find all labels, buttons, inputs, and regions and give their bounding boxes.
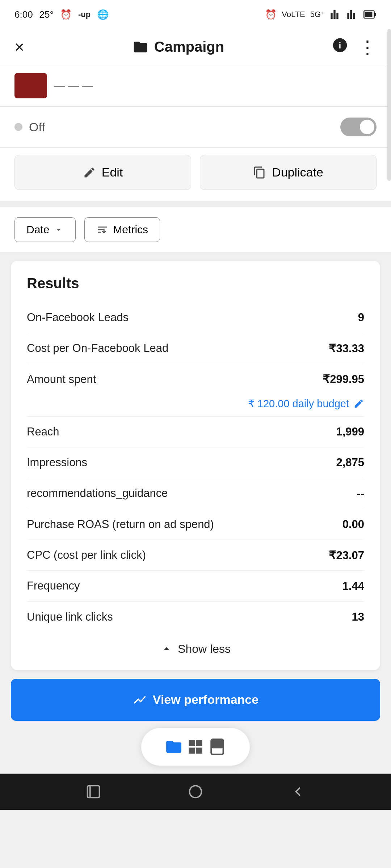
duplicate-button[interactable]: Duplicate — [200, 155, 377, 190]
row-label-0: On-Facebook Leads — [27, 310, 129, 325]
5g-icon: 5G⁺ — [310, 10, 325, 19]
temp-display: 25° — [39, 9, 54, 20]
top-bar-title-area: Campaign — [133, 39, 224, 55]
toggle-row: Off — [0, 107, 391, 148]
row-label-7: CPC (cost per link click) — [27, 548, 146, 562]
top-bar: × Campaign i ⋮ — [0, 29, 391, 65]
campaign-thumbnail — [14, 73, 47, 98]
table-row: On-Facebook Leads 9 — [27, 302, 364, 333]
row-label-2: Amount spent — [27, 372, 96, 387]
edit-budget-icon[interactable] — [353, 398, 364, 409]
svg-rect-7 — [87, 786, 99, 797]
table-row: Purchase ROAS (return on ad spend) 0.00 — [27, 509, 364, 540]
scroll-indicator — [387, 29, 391, 181]
signal-icon — [330, 9, 342, 20]
nav-bookmark-button[interactable] — [206, 736, 228, 758]
view-performance-button[interactable]: View performance — [11, 679, 380, 721]
row-value-8: 1.44 — [342, 580, 364, 593]
table-row: Amount spent ₹299.95 — [27, 364, 364, 395]
status-right: ⏰ VoLTE 5G⁺ — [265, 9, 377, 20]
row-value-0: 9 — [358, 311, 364, 324]
row-label-9: Unique link clicks — [27, 610, 113, 624]
row-label-6: Purchase ROAS (return on ad spend) — [27, 517, 214, 532]
signal2-icon — [347, 9, 358, 20]
edit-icon — [83, 166, 96, 179]
action-buttons-row: Edit Duplicate — [0, 148, 391, 201]
row-value-1: ₹33.33 — [329, 342, 364, 355]
results-title: Results — [27, 275, 364, 292]
off-label: Off — [29, 120, 45, 134]
performance-icon — [133, 693, 147, 707]
more-button[interactable]: ⋮ — [358, 38, 377, 56]
duplicate-icon — [253, 166, 266, 179]
table-row: Impressions 2,875 — [27, 447, 364, 478]
row-label-3: Reach — [27, 425, 59, 439]
row-value-2: ₹299.95 — [323, 373, 364, 386]
back-button[interactable] — [289, 783, 307, 801]
info-button[interactable]: i — [332, 38, 348, 56]
volte-icon: VoLTE — [282, 10, 305, 19]
alarm-right-icon: ⏰ — [265, 9, 277, 20]
table-row: Frequency 1.44 — [27, 570, 364, 601]
table-row: recommendations_guidance -- — [27, 478, 364, 509]
alarm-icon: ⏰ — [60, 9, 72, 20]
view-performance-label: View performance — [153, 693, 258, 707]
table-row: Reach 1,999 — [27, 416, 364, 447]
recents-button[interactable] — [84, 783, 102, 801]
budget-row: ₹ 120.00 daily budget — [27, 395, 364, 416]
show-less-label: Show less — [178, 642, 231, 656]
svg-rect-1 — [365, 12, 373, 17]
row-value-3: 1,999 — [336, 425, 364, 438]
nav-bookmark-icon — [208, 738, 226, 756]
toggle-knob — [360, 120, 374, 134]
nav-folder-button[interactable] — [163, 736, 185, 758]
svg-rect-2 — [374, 13, 376, 16]
table-row: Cost per On-Facebook Lead ₹33.33 — [27, 333, 364, 363]
nav-grid-icon — [186, 738, 205, 756]
budget-text: ₹ 120.00 daily budget — [248, 397, 349, 410]
date-filter-button[interactable]: Date — [14, 217, 76, 242]
row-label-8: Frequency — [27, 579, 80, 593]
campaign-strip-text: — — — — [54, 80, 93, 92]
system-nav — [0, 774, 391, 810]
campaign-toggle[interactable] — [340, 118, 377, 136]
row-label-5: recommendations_guidance — [27, 486, 168, 501]
show-less-button[interactable]: Show less — [27, 632, 364, 659]
filter-row: Date Metrics — [0, 207, 391, 252]
row-value-6: 0.00 — [342, 518, 364, 531]
divider — [0, 201, 391, 207]
time-display: 6:00 — [14, 9, 33, 20]
metrics-icon — [96, 224, 109, 236]
table-row: Unique link clicks 13 — [27, 601, 364, 632]
metrics-filter-button[interactable]: Metrics — [84, 217, 160, 242]
row-value-7: ₹23.07 — [329, 549, 364, 562]
row-value-5: -- — [357, 487, 364, 500]
edit-button[interactable]: Edit — [14, 155, 191, 190]
status-label-area: Off — [14, 120, 45, 134]
results-card: Results On-Facebook Leads 9 Cost per On-… — [11, 261, 380, 670]
table-row: CPC (cost per link click) ₹23.07 — [27, 540, 364, 570]
row-label-4: Impressions — [27, 455, 87, 470]
globe-icon: 🌐 — [97, 9, 109, 20]
svg-text:i: i — [339, 41, 341, 50]
nav-folder-icon — [165, 738, 183, 756]
chevron-up-icon — [160, 643, 173, 655]
row-label-1: Cost per On-Facebook Lead — [27, 341, 168, 356]
chevron-down-icon — [54, 225, 64, 235]
metrics-label: Metrics — [113, 224, 148, 236]
up-icon: -up — [78, 10, 91, 19]
row-value-9: 13 — [352, 610, 364, 624]
status-left: 6:00 25° ⏰ -up 🌐 — [14, 9, 109, 20]
bottom-nav — [141, 728, 250, 766]
folder-icon — [133, 39, 148, 55]
home-button[interactable] — [186, 783, 205, 801]
off-dot — [14, 123, 22, 131]
page-title: Campaign — [154, 39, 224, 55]
close-button[interactable]: × — [14, 37, 24, 57]
svg-rect-6 — [211, 739, 223, 748]
nav-grid-button[interactable] — [185, 736, 206, 758]
row-value-4: 2,875 — [336, 456, 364, 469]
top-bar-actions: i ⋮ — [332, 38, 377, 56]
battery-icon — [363, 9, 377, 20]
svg-point-9 — [190, 786, 202, 797]
